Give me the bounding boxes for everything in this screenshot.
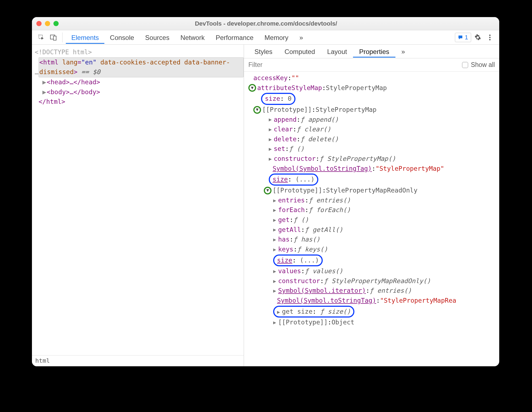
main-toolbar: Elements Console Sources Network Perform… [32,30,499,45]
prop-attributestylemap[interactable]: ▼attributeStyleMap: StylePropertyMap [246,83,499,93]
tab-console[interactable]: Console [104,31,140,44]
sidebar-panel: Styles Computed Layout Properties » Show… [244,45,499,366]
prop-values[interactable]: ▶values: ƒ values() [246,266,499,276]
tab-memory[interactable]: Memory [259,31,294,44]
showall-label: Show all [471,61,495,69]
expand-marker-icon: ▼ [253,106,261,114]
prop-symboltostringtag-1[interactable]: Symbol(Symbol.toStringTag): "StyleProper… [246,164,499,174]
tab-layout[interactable]: Layout [321,45,353,58]
tab-elements[interactable]: Elements [66,31,104,44]
dom-tree[interactable]: <!DOCTYPE html> …<html lang="en" data-co… [32,45,244,366]
devtools-window: DevTools - developer.chrome.com/docs/dev… [32,17,499,366]
svg-point-5 [489,39,491,40]
tabs-overflow[interactable]: » [294,31,308,44]
checkbox-icon[interactable] [462,62,468,68]
html-node[interactable]: …<html lang="en" data-cookies-accepted d… [35,57,240,77]
settings-icon[interactable] [472,32,483,43]
prop-size-0[interactable]: size: 0 [246,93,499,105]
filter-input[interactable] [248,60,458,70]
inspect-element-icon[interactable] [36,32,47,43]
prop-foreach[interactable]: ▶forEach: ƒ forEach() [246,205,499,215]
doctype-node[interactable]: <!DOCTYPE html> [35,48,92,56]
prop-set[interactable]: ▶set: ƒ () [246,144,499,154]
prop-has[interactable]: ▶has: ƒ has() [246,235,499,245]
svg-point-3 [489,34,491,36]
html-close: </html> [39,98,65,105]
prop-prototype-1[interactable]: ▼[[Prototype]]: StylePropertyMap [246,105,499,115]
separator [62,32,63,42]
prop-symboltostringtag-2[interactable]: Symbol(Symbol.toStringTag): "StyleProper… [246,296,499,306]
breadcrumb[interactable]: html [32,355,244,366]
head-node[interactable]: ▶<head>…</head> [35,77,240,87]
kebab-menu-icon[interactable] [484,32,495,43]
titlebar: DevTools - developer.chrome.com/docs/dev… [32,17,499,30]
issues-button[interactable]: 1 [455,33,471,42]
tab-styles[interactable]: Styles [248,45,278,58]
prop-constructor-1[interactable]: ▶constructor: ƒ StylePropertyMap() [246,154,499,164]
content-area: <!DOCTYPE html> …<html lang="en" data-co… [32,45,499,366]
prop-constructor-2[interactable]: ▶constructor: ƒ StylePropertyMapReadOnly… [246,276,499,286]
tabs-overflow[interactable]: » [395,45,411,58]
properties-tree[interactable]: accessKey: "" ▼attributeStyleMap: StyleP… [244,72,499,366]
prop-accesskey[interactable]: accessKey: "" [246,73,499,83]
prop-prototype-2[interactable]: ▼[[Prototype]]: StylePropertyMapReadOnly [246,186,499,196]
prop-entries[interactable]: ▶entries: ƒ entries() [246,196,499,205]
prop-getall[interactable]: ▶getAll: ƒ getAll() [246,225,499,235]
tab-performance[interactable]: Performance [210,31,259,44]
showall-toggle[interactable]: Show all [462,61,495,69]
issues-icon [458,35,463,40]
tab-network[interactable]: Network [175,31,210,44]
tab-computed[interactable]: Computed [278,45,321,58]
prop-delete[interactable]: ▶delete: ƒ delete() [246,134,499,144]
issues-count: 1 [465,34,468,41]
prop-size-dots-1[interactable]: size: (...) [246,174,499,186]
prop-symboliterator[interactable]: ▶Symbol(Symbol.iterator): ƒ entries() [246,286,499,296]
prop-append[interactable]: ▶append: ƒ append() [246,115,499,125]
prop-size-dots-2[interactable]: size: (...) [246,254,499,267]
tab-properties[interactable]: Properties [353,45,395,58]
sidebar-tabs: Styles Computed Layout Properties » [244,45,499,58]
prop-get-size[interactable]: ▶get size: ƒ size() [246,306,499,318]
svg-rect-2 [53,36,56,40]
elements-panel: <!DOCTYPE html> …<html lang="en" data-co… [32,45,244,366]
device-toggle-icon[interactable] [48,32,59,43]
main-tabs: Elements Console Sources Network Perform… [66,31,309,44]
expand-marker-icon: ▼ [264,187,272,194]
prop-get[interactable]: ▶get: ƒ () [246,215,499,225]
tab-sources[interactable]: Sources [140,31,175,44]
window-title: DevTools - developer.chrome.com/docs/dev… [37,20,495,27]
filter-bar: Show all [244,58,499,72]
prop-keys[interactable]: ▶keys: ƒ keys() [246,245,499,254]
prop-clear[interactable]: ▶clear: ƒ clear() [246,124,499,134]
svg-point-4 [489,37,491,38]
prop-prototype-3[interactable]: ▶[[Prototype]]: Object [246,318,499,327]
body-node[interactable]: ▶<body>…</body> [35,87,240,97]
expand-marker-icon: ▼ [248,84,256,92]
